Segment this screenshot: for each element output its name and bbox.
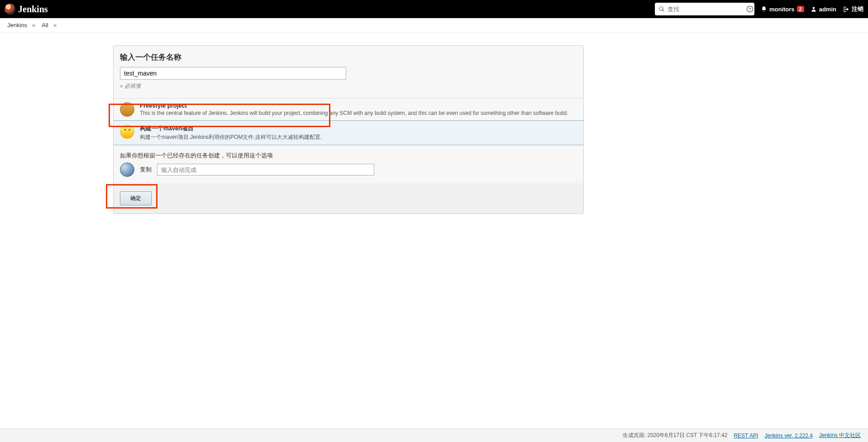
logout-label: 注销 (852, 5, 863, 13)
project-type-maven[interactable]: 构建一个maven项目 构建一个maven项目.Jenkins利用你的POM文件… (114, 120, 583, 145)
ok-button[interactable]: 确定 (120, 191, 152, 205)
user-link[interactable]: admin (811, 6, 836, 13)
svg-point-2 (812, 7, 815, 9)
project-type-body: 构建一个maven项目 构建一个maven项目.Jenkins利用你的POM文件… (140, 124, 577, 141)
copy-row: 复制 (114, 160, 583, 183)
chevron-right-icon: ▶ (33, 23, 36, 28)
name-section-title: 输入一个任务名称 (120, 52, 577, 62)
search-icon (658, 6, 665, 12)
copy-from-input[interactable] (157, 164, 374, 176)
project-type-desc: This is the central feature of Jenkins. … (140, 110, 577, 116)
breadcrumb: Jenkins ▶ All ▶ (0, 18, 868, 33)
app-title: Jenkins (18, 4, 48, 14)
maven-icon (120, 124, 134, 139)
logout-link[interactable]: 注销 (843, 5, 863, 13)
project-type-title: 构建一个maven项目 (140, 124, 577, 133)
footer-actions: 确定 (114, 183, 583, 214)
search-input[interactable] (665, 6, 746, 13)
copy-hint: 如果你想根据一个已经存在的任务创建，可以使用这个选项 (114, 145, 583, 160)
project-type-body: Freestyle project This is the central fe… (140, 102, 577, 116)
freestyle-icon (120, 102, 134, 117)
help-icon[interactable]: ? (746, 5, 754, 13)
header-right: ? monitors 2 admin 注销 (655, 3, 863, 15)
project-type-desc: 构建一个maven项目.Jenkins利用你的POM文件,这样可以大大减轻构建配… (140, 133, 577, 141)
logo-area[interactable]: Jenkins (5, 4, 48, 14)
user-label: admin (819, 6, 836, 13)
new-item-panel: 输入一个任务名称 » 必填项 Freestyle project This is… (113, 45, 584, 214)
project-type-title: Freestyle project (140, 102, 577, 109)
logout-icon (843, 6, 849, 13)
copy-icon (120, 162, 134, 177)
required-note: » 必填项 (120, 82, 577, 90)
item-name-input[interactable] (120, 67, 346, 80)
search-box[interactable]: ? (655, 3, 754, 15)
monitors-label: monitors (769, 6, 795, 13)
bell-icon (761, 6, 767, 12)
copy-label: 复制 (140, 166, 152, 174)
project-type-freestyle[interactable]: Freestyle project This is the central fe… (114, 99, 583, 120)
monitors-badge: 2 (797, 6, 804, 12)
top-header: Jenkins ? monitors 2 admin 注销 (0, 0, 868, 18)
breadcrumb-all[interactable]: All (42, 22, 48, 29)
monitors-link[interactable]: monitors 2 (761, 6, 804, 13)
jenkins-logo-icon (5, 4, 15, 14)
chevron-right-icon: ▶ (54, 23, 57, 28)
breadcrumb-jenkins[interactable]: Jenkins (7, 22, 27, 29)
svg-text:?: ? (749, 7, 751, 11)
name-section: 输入一个任务名称 » 必填项 (114, 46, 583, 99)
copy-section: 如果你想根据一个已经存在的任务创建，可以使用这个选项 复制 (114, 145, 583, 183)
user-icon (811, 6, 817, 12)
